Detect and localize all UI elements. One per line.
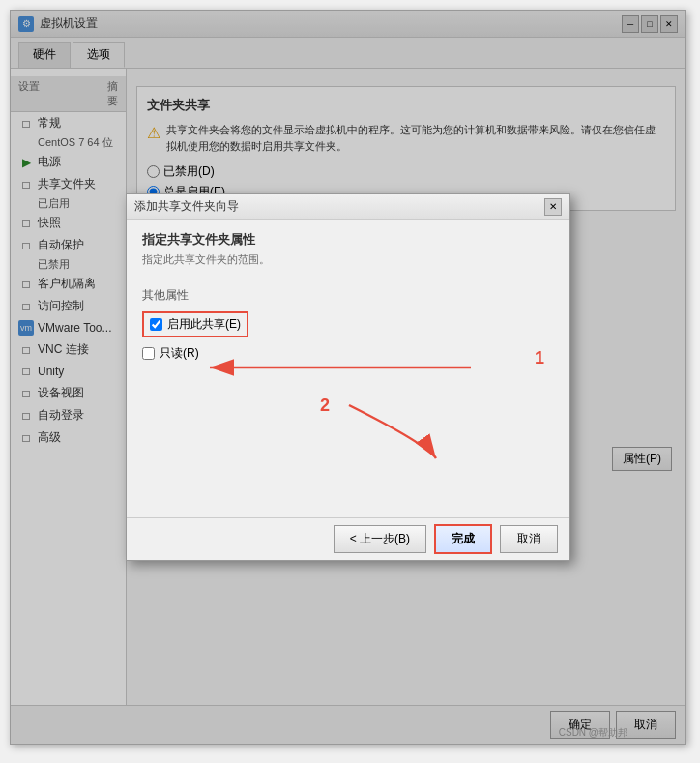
dialog-overlay: 添加共享文件夹向导 ✕ 指定共享文件夹属性 指定此共享文件夹的范围。 其他属性 … [11,11,685,744]
dialog-title: 添加共享文件夹向导 [134,198,544,215]
readonly-label: 只读(R) [160,345,199,362]
dialog-title-bar: 添加共享文件夹向导 ✕ [127,194,569,220]
dialog-close-button[interactable]: ✕ [544,198,562,216]
dialog-section-sub: 指定此共享文件夹的范围。 [142,252,554,267]
annotation-num-1: 1 [535,348,544,368]
separator [142,279,554,279]
other-props-label: 其他属性 [142,287,554,304]
enable-sharing-label: 启用此共享(E) [167,316,241,333]
wizard-dialog: 添加共享文件夹向导 ✕ 指定共享文件夹属性 指定此共享文件夹的范围。 其他属性 … [126,193,570,561]
dialog-section-title: 指定共享文件夹属性 [142,231,554,249]
dialog-content: 指定共享文件夹属性 指定此共享文件夹的范围。 其他属性 启用此共享(E) 只读(… [127,220,569,495]
main-window: ⚙ 虚拟机设置 ─ □ ✕ 硬件 选项 设置 摘要 □ 常规 CentOS 7 … [10,10,686,745]
enable-sharing-row: 启用此共享(E) [142,311,554,337]
readonly-checkbox[interactable] [142,347,155,360]
finish-button[interactable]: 完成 [434,524,492,554]
enable-sharing-checkbox[interactable] [150,318,162,331]
arrow-1-svg [200,338,490,396]
dialog-cancel-button[interactable]: 取消 [500,525,558,553]
annotation-area-1: 1 [142,367,554,484]
dialog-bottom: < 上一步(B) 完成 取消 [127,517,569,560]
back-button[interactable]: < 上一步(B) [334,525,426,553]
enable-sharing-highlight: 启用此共享(E) [142,311,248,337]
